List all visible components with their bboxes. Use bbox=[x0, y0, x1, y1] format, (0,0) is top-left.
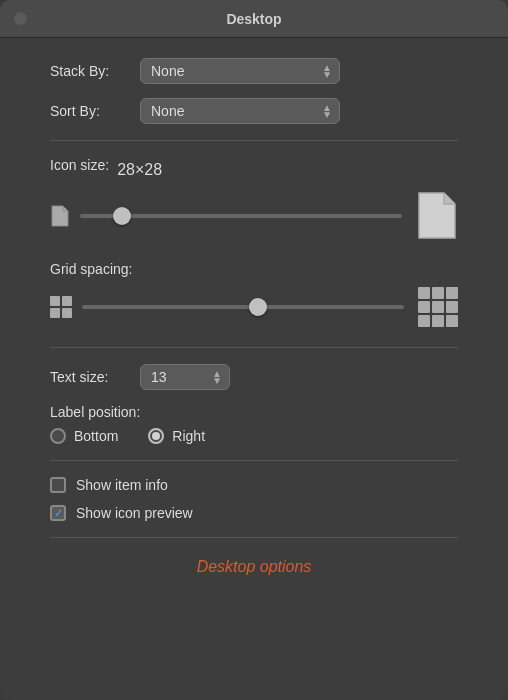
file-icon-large bbox=[416, 191, 458, 241]
show-item-info-label: Show item info bbox=[76, 477, 168, 493]
text-size-row: Text size: 10 11 12 13 14 15 16 ▲ ▼ bbox=[50, 364, 458, 390]
grid-spacing-label: Grid spacing: bbox=[50, 261, 458, 277]
divider-1 bbox=[50, 140, 458, 141]
sort-by-row: Sort By: None Name Kind Date Last Opened… bbox=[50, 98, 458, 124]
text-size-dropdown[interactable]: 10 11 12 13 14 15 16 bbox=[140, 364, 230, 390]
divider-4 bbox=[50, 537, 458, 538]
icon-size-value: 28×28 bbox=[117, 161, 162, 179]
desktop-options-text: Desktop options bbox=[197, 558, 312, 575]
show-item-info-row[interactable]: Show item info bbox=[50, 477, 458, 493]
desktop-window: Desktop Stack By: None Kind Date Last Op… bbox=[0, 0, 508, 700]
show-icon-preview-checkbox[interactable] bbox=[50, 505, 66, 521]
icon-size-slider-row bbox=[50, 191, 458, 241]
sort-by-dropdown[interactable]: None Name Kind Date Last Opened Date Add… bbox=[140, 98, 340, 124]
stack-by-dropdown[interactable]: None Kind Date Last Opened Date Added Da… bbox=[140, 58, 340, 84]
icon-size-label-row: Icon size: 28×28 bbox=[50, 157, 458, 183]
label-position-label: Label position: bbox=[50, 404, 458, 420]
text-size-label: Text size: bbox=[50, 369, 140, 385]
title-bar: Desktop bbox=[0, 0, 508, 38]
file-icon-small bbox=[50, 204, 70, 228]
show-icon-preview-row[interactable]: Show icon preview bbox=[50, 505, 458, 521]
label-position-section: Label position: Bottom Right bbox=[50, 404, 458, 444]
text-size-dropdown-wrap: 10 11 12 13 14 15 16 ▲ ▼ bbox=[140, 364, 230, 390]
label-position-radio-group: Bottom Right bbox=[50, 428, 458, 444]
radio-bottom[interactable] bbox=[50, 428, 66, 444]
stack-by-label: Stack By: bbox=[50, 63, 140, 79]
window-controls bbox=[14, 12, 27, 25]
window-title: Desktop bbox=[226, 11, 281, 27]
radio-bottom-label[interactable]: Bottom bbox=[50, 428, 118, 444]
close-button[interactable] bbox=[14, 12, 27, 25]
radio-right[interactable] bbox=[148, 428, 164, 444]
sort-by-label: Sort By: bbox=[50, 103, 140, 119]
radio-right-text: Right bbox=[172, 428, 205, 444]
desktop-options-link[interactable]: Desktop options bbox=[50, 558, 458, 576]
grid-spacing-slider[interactable] bbox=[82, 305, 404, 309]
content-area: Stack By: None Kind Date Last Opened Dat… bbox=[0, 38, 508, 700]
divider-2 bbox=[50, 347, 458, 348]
show-icon-preview-label: Show icon preview bbox=[76, 505, 193, 521]
icon-size-label: Icon size: bbox=[50, 157, 109, 173]
grid-spacing-slider-row bbox=[50, 287, 458, 327]
sort-by-dropdown-wrap: None Name Kind Date Last Opened Date Add… bbox=[140, 98, 340, 124]
radio-bottom-text: Bottom bbox=[74, 428, 118, 444]
show-item-info-checkbox[interactable] bbox=[50, 477, 66, 493]
radio-right-label[interactable]: Right bbox=[148, 428, 205, 444]
grid-icon-large bbox=[418, 287, 458, 327]
icon-size-section: Icon size: 28×28 bbox=[50, 157, 458, 241]
divider-3 bbox=[50, 460, 458, 461]
grid-icon-small bbox=[50, 296, 72, 318]
stack-by-dropdown-wrap: None Kind Date Last Opened Date Added Da… bbox=[140, 58, 340, 84]
grid-spacing-section: Grid spacing: bbox=[50, 261, 458, 327]
stack-by-row: Stack By: None Kind Date Last Opened Dat… bbox=[50, 58, 458, 84]
icon-size-slider[interactable] bbox=[80, 214, 402, 218]
